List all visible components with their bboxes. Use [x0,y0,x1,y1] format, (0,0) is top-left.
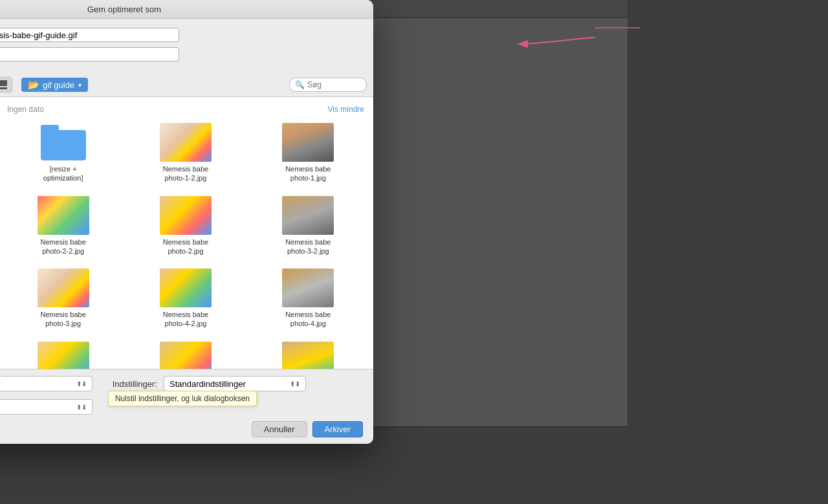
file-grid: [resize + optimization] Nemesis babe pho… [5,119,367,369]
action-buttons: Annuller Arkiver [252,421,363,437]
photo-1-thumb [282,123,334,162]
dialog-backdrop: Gem optimeret som Arkiver som: Mærker: ‹… [0,0,828,504]
folder-icon: 📂 [28,80,39,90]
file-item-photo-1-2[interactable]: Nemesis babe photo-1-2.jpg [127,119,244,187]
annuller-button[interactable]: Annuller [252,421,307,437]
dialog-form: Arkiver som: Mærker: [0,19,373,73]
photo-4-thumb [282,268,334,307]
format-arrow: ⬆⬇ [76,380,87,388]
save-dialog: Gem optimeret som Arkiver som: Mærker: ‹… [0,0,373,444]
indstillinger-label: Indstillinger: [99,379,157,389]
photo-2-thumb [160,196,212,235]
folder-thumb [38,123,89,162]
format-row: Format: Kun billeder ⬆⬇ [0,376,93,391]
svg-rect-14 [0,87,7,89]
format-value: Kun billeder [0,379,1,389]
dialog-title: Gem optimeret som [87,5,161,14]
photo-4-2-thumb [160,268,212,307]
photo-4-name: Nemesis babe photo-4.jpg [279,310,337,329]
arkiver-input[interactable] [0,28,179,42]
photo-3-2-name: Nemesis babe photo-3-2.jpg [279,237,337,256]
file-item-folder[interactable]: [resize + optimization] [5,119,122,187]
udsnit-arrow: ⬆⬇ [76,404,87,411]
indstillinger-row: Indstillinger: Standardindstillinger ⬆⬇ [99,376,363,391]
location-button[interactable]: 📂 gif guide ▾ [21,78,88,92]
photo-1-2-name: Nemesis babe photo-1-2.jpg [157,164,215,183]
file-item-photo-3[interactable]: Nemesis babe photo-3.jpg [5,265,122,333]
dialog-bottom: Format: Kun billeder ⬆⬇ Indstillinger: S… [0,369,373,444]
indstillinger-select[interactable]: Standardindstillinger ⬆⬇ [164,376,306,391]
file-item-photo-2[interactable]: Nemesis babe photo-2.jpg [127,192,244,260]
folder-name: [resize + optimization] [34,164,93,183]
file-toolbar: ‹ › 📂 gif [0,73,373,97]
search-box[interactable]: 🔍 [289,78,367,92]
udsnit-select[interactable]: Alle udsnit ⬆⬇ [0,399,93,415]
photo-3-name: Nemesis babe photo-3.jpg [34,310,93,329]
file-item-photo-4-2[interactable]: Nemesis babe photo-4-2.jpg [127,265,244,333]
photo-6-thumb [282,342,334,369]
file-item-photo-2-2[interactable]: Nemesis babe photo-2-2.jpg [5,192,122,260]
arkiver-button[interactable]: Arkiver [312,421,363,437]
photo-1-name: Nemesis babe photo-1.jpg [279,164,337,183]
file-item-photo-6[interactable]: Nemesis babe photo-6.jpg [250,338,367,369]
indstillinger-arrow: ⬆⬇ [290,380,300,388]
vis-mindre-link[interactable]: Vis mindre [328,105,364,114]
file-item-photo-5-2[interactable]: Nemesis babe photo-5-2.jpg [127,338,244,369]
photo-4-2-name: Nemesis babe photo-4-2.jpg [157,310,215,329]
photo-1-2-thumb [160,123,212,162]
udsnit-row: Udsnit: Alle udsnit ⬆⬇ [0,399,93,415]
photo-5-thumb [38,342,89,369]
svg-rect-13 [0,80,7,86]
file-grid-container: Ingen dato Vis mindre [resize + optimiza… [0,97,373,369]
indstillinger-value: Standardindstillinger [169,379,246,389]
dialog-titlebar: Gem optimeret som [0,0,373,19]
no-date-label: Ingen dato [7,105,44,114]
action-row: Ny mappe Annuller Arkiver [0,421,363,437]
photo-5-2-thumb [160,342,212,369]
maerker-input[interactable] [0,47,179,61]
dialog-body: Favoritter ☁️ iCloud Drive ⚙️ Programmer… [0,97,373,369]
search-icon: 🔍 [295,80,305,89]
photo-2-2-thumb [38,196,89,235]
search-input[interactable] [307,80,359,89]
photo-2-name: Nemesis babe photo-2.jpg [157,237,215,256]
maerker-row: Mærker: [0,47,360,61]
more-view-button[interactable] [0,78,12,92]
view-buttons [0,77,12,93]
chevron-down-icon: ▾ [78,82,82,89]
no-date-header: Ingen dato Vis mindre [5,104,367,119]
file-item-photo-1[interactable]: Nemesis babe photo-1.jpg [250,119,367,187]
file-item-photo-4[interactable]: Nemesis babe photo-4.jpg [250,265,367,333]
photo-3-2-thumb [282,196,334,235]
file-item-photo-3-2[interactable]: Nemesis babe photo-3-2.jpg [250,192,367,260]
format-select[interactable]: Kun billeder ⬆⬇ [0,376,93,391]
location-label: gif guide [43,80,74,90]
tooltip: Nulstil indstillinger, og luk dialogboks… [108,391,257,406]
file-item-photo-5[interactable]: Nemesis babe photo-5.jpg [5,338,122,369]
photo-3-thumb [38,268,89,307]
photo-2-2-name: Nemesis babe photo-2-2.jpg [34,237,93,256]
arkiver-row: Arkiver som: [0,28,360,42]
